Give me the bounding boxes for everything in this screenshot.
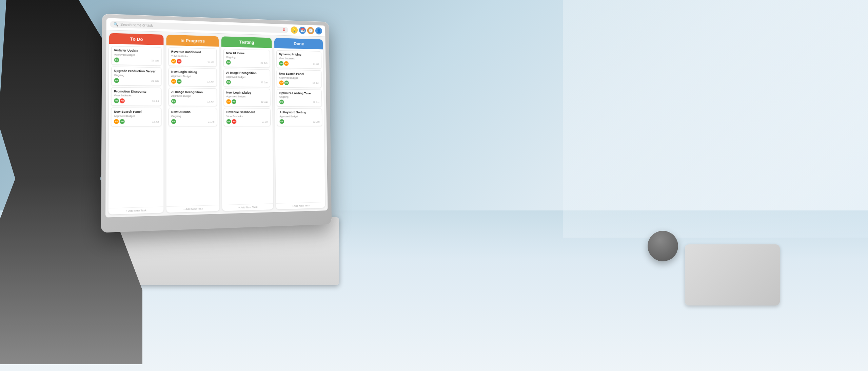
task-card[interactable]: Revenue Dashboard View Subtasks PM AR 01… [224,108,271,127]
task-date: 21 Jul [208,120,214,123]
avatars: PM AP [279,61,289,66]
task-title: AI Keyword Sorting [279,111,319,114]
avatar: AP [114,119,119,124]
avatar: AP [171,79,176,84]
avatar: PM [226,79,231,84]
avatar: PM [279,100,284,105]
task-card[interactable]: Optimize Loading Time Ongoing PM 21 Jun [277,89,322,107]
task-card[interactable]: AI Keyword Sorting Approved Budget PM 12… [277,108,322,126]
avatar: AR [232,119,236,124]
task-subtitle: Ongoing [279,95,319,99]
avatar: PM [279,61,283,66]
task-subtitle: View Subtasks [114,94,159,97]
trackpad [685,244,780,305]
task-date: 12 Jun [207,80,214,83]
task-date: 01 Jul [208,61,214,63]
task-card[interactable]: AI Image Recognition Approved Budget PM … [223,69,270,87]
task-footer: PM 12 Jun [171,99,214,104]
avatars: PM [171,99,176,104]
task-card[interactable]: Upgrade Production Server Ongoing PM 21 … [111,67,161,86]
avatars: AP PM [226,99,236,104]
header-icons: 💡 📅 🕐 👤 [291,26,322,35]
task-card[interactable]: Installer Update Approved Budget PM 12 J… [111,46,161,66]
task-card[interactable]: Revenue Dashboard View Subtasks AP AR 01… [169,48,217,67]
avatar: PM [226,119,231,124]
add-task-button[interactable]: + Add New Task [166,205,220,213]
avatar: PM [120,119,125,124]
task-subtitle: View Subtasks [226,115,268,118]
task-card[interactable]: AI Image Recognition Approved Budget PM … [169,88,217,106]
task-title: Upgrade Production Server [114,69,159,73]
calendar-icon[interactable]: 📅 [299,27,306,34]
task-subtitle: View Subtasks [171,54,214,58]
task-date: 12 Jun [207,100,214,103]
task-subtitle: Approved Budget [279,115,319,118]
task-card[interactable]: New UI Icons Ongoing PM 21 Jul [169,108,217,127]
task-date: 01 Jul [152,100,159,103]
task-card[interactable]: New Search Panel Approved Budget AP PM 1… [276,70,321,88]
avatar: AP [226,99,231,104]
task-footer: PM 12 Jun [114,57,159,63]
avatars: PM [114,78,119,83]
search-icon: 🔍 [114,22,119,27]
laptop-screen: 🔍 Search name or task X 💡 📅 🕐 👤 [105,18,328,218]
task-date: 21 Jun [313,101,319,104]
avatar: PM [171,119,176,124]
kanban-app: 🔍 Search name or task X 💡 📅 🕐 👤 [105,18,328,218]
task-subtitle: Approved Budget [114,53,159,57]
task-subtitle: Approved Budget [226,95,268,98]
search-clear-button[interactable]: X [283,28,285,32]
task-date: 12 Jul [152,120,159,123]
avatar: PM [171,99,176,104]
smart-speaker [648,231,678,261]
laptop: 🔍 Search name or task X 💡 📅 🕐 👤 [101,14,332,233]
task-subtitle: Ongoing [171,115,214,118]
user-icon[interactable]: 👤 [315,27,322,35]
avatars: AP PM [114,119,125,124]
task-subtitle: Approved Budget [279,76,319,80]
task-card[interactable]: New Search Panel Approved Budget AP PM 1… [111,108,161,127]
task-footer: PM 21 Jun [114,78,159,84]
task-title: Revenue Dashboard [171,50,214,55]
avatar: AP [171,59,176,63]
avatars: AP PM [171,79,182,84]
task-subtitle: Approved Budget [171,74,214,78]
task-card[interactable]: Dynamic Pricing View Subtasks PM AP 01 J… [276,50,321,69]
avatars: PM [279,100,284,105]
task-title: New Login Dialog [226,91,268,95]
task-footer: AP PM 12 Jun [279,80,319,86]
task-title: New UI Icons [171,110,214,114]
task-title: Promotion Discounts [114,89,159,93]
task-footer: PM AR 01 Jul [114,98,159,104]
add-task-button[interactable]: + Add New Task [222,203,273,211]
avatars: PM [114,57,119,62]
task-subtitle: Ongoing [226,55,268,59]
avatars: PM [280,119,284,124]
add-task-button[interactable]: + Add New Task [108,206,164,215]
bulb-icon[interactable]: 💡 [291,26,298,34]
column-done-body: Dynamic Pricing View Subtasks PM AP 01 J… [274,48,325,203]
avatars: AP PM [279,80,289,85]
task-card[interactable]: New UI Icons Ongoing PM 21 Jun [223,49,270,68]
task-card[interactable]: Promotion Discounts View Subtasks PM AR … [111,87,162,106]
avatars: PM [226,60,231,64]
task-title: New Search Panel [114,110,159,114]
task-footer: PM 21 Jul [171,119,214,124]
avatars: PM AR [114,98,125,104]
task-subtitle: Approved Budget [226,75,268,79]
clock-icon[interactable]: 🕐 [307,27,314,34]
column-done-header: Done [274,38,323,50]
avatars: PM [226,79,231,84]
task-title: New UI Icons [226,51,268,56]
task-card[interactable]: New Login Dialog Approved Budget AP PM 1… [169,68,217,87]
column-done: Done Dynamic Pricing View Subtasks PM AP [274,38,325,209]
task-date: 12 Jun [261,101,268,103]
task-date: 12 Jun [261,81,268,84]
task-footer: AP PM 12 Jun [171,79,214,84]
search-placeholder: Search name or task [120,22,281,31]
task-card[interactable]: New Login Dialog Approved Budget AP PM 1… [223,88,270,107]
column-inprogress-body: Revenue Dashboard View Subtasks AP AR 01… [166,45,220,206]
task-subtitle: Approved Budget [114,114,159,118]
add-task-button[interactable]: + Add New Task [276,202,325,209]
task-title: Installer Update [114,49,159,53]
